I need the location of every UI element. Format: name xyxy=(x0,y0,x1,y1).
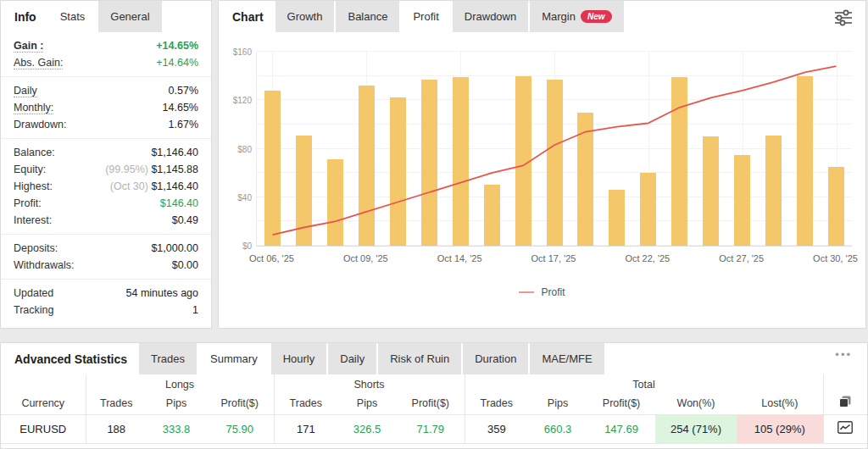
stat-daily: Daily0.57% xyxy=(14,82,198,99)
stat-value: +14.65% xyxy=(156,40,198,52)
stat-label: Daily xyxy=(14,85,37,97)
col-longs-pips: Pips xyxy=(147,392,206,414)
tab-label: Balance xyxy=(348,10,387,23)
chart-legend[interactable]: Profit xyxy=(219,286,865,298)
stat-label: Monthly: xyxy=(14,102,53,114)
stat-label: Gain : xyxy=(14,40,43,53)
x-axis-label: Oct 17, '25 xyxy=(515,253,592,263)
tab-stats[interactable]: Stats xyxy=(48,1,97,32)
x-axis-label: Oct 09, '25 xyxy=(327,253,403,263)
stat-value: (Oct 30) $1,146.40 xyxy=(110,180,198,192)
tab-margin[interactable]: MarginNew xyxy=(530,1,623,32)
cell-lost: 105 (29%) xyxy=(737,414,823,443)
stat-label: Abs. Gain: xyxy=(14,57,63,69)
tab-summary[interactable]: Summary xyxy=(198,343,270,374)
account-stats-panel: Info StatsGeneral Gain :+14.65%Abs. Gain… xyxy=(0,0,212,329)
group-total: Total xyxy=(465,374,823,392)
stat-drawdown: Drawdown:1.67% xyxy=(14,116,198,133)
stat-group: Deposits:$1,000.00Withdrawals:$0.00 xyxy=(1,235,211,280)
stat-label: Updated xyxy=(14,287,53,299)
stat-label: Balance: xyxy=(14,147,55,158)
more-options-button[interactable]: ••• xyxy=(835,348,852,361)
corner-spacer xyxy=(1,374,86,392)
col-won: Won(%) xyxy=(655,392,737,414)
stat-value: $0.00 xyxy=(172,259,198,271)
tab-mae-mfe[interactable]: MAE/MFE xyxy=(530,343,604,374)
stat-deposits: Deposits:$1,000.00 xyxy=(14,240,198,257)
cell-total-pips: 660.3 xyxy=(528,414,587,443)
tab-hourly[interactable]: Hourly xyxy=(271,343,327,374)
tab-risk-of-ruin[interactable]: Risk of Ruin xyxy=(378,343,461,374)
chart-settings-icon[interactable] xyxy=(833,9,854,30)
x-axis-label: Oct 22, '25 xyxy=(609,253,686,263)
stat-label: Deposits: xyxy=(14,242,58,254)
chart-view-icon[interactable] xyxy=(837,421,853,434)
chart-tabbar: Chart GrowthBalanceProfitDrawdownMarginN… xyxy=(219,1,865,32)
tab-trades[interactable]: Trades xyxy=(139,343,197,374)
stats-rows: Gain :+14.65%Abs. Gain:+14.64%Daily0.57%… xyxy=(1,32,211,324)
x-axis-label: Oct 14, '25 xyxy=(421,253,498,263)
advanced-statistics-panel: Advanced Statistics TradesSummaryHourlyD… xyxy=(0,342,868,449)
y-axis-label: $160 xyxy=(220,47,252,57)
new-badge: New xyxy=(581,10,612,23)
stat-value: (99.95%) $1,145.88 xyxy=(105,164,198,175)
tab-label: Profit xyxy=(413,10,438,23)
cell-longs-trades: 188 xyxy=(86,414,147,443)
stat-value: 0.57% xyxy=(169,85,198,97)
table-column-header-row: Currency Trades Pips Profit($) Trades Pi… xyxy=(1,392,867,414)
tab-label: MAE/MFE xyxy=(542,352,592,365)
stat-value: $146.40 xyxy=(160,197,198,209)
stat-label: Withdrawals: xyxy=(14,259,75,271)
stat-monthly: Monthly:14.65% xyxy=(14,99,198,116)
stat-label: Highest: xyxy=(14,180,53,192)
tab-growth[interactable]: Growth xyxy=(275,1,335,32)
info-title[interactable]: Info xyxy=(14,10,36,24)
col-lost: Lost(%) xyxy=(737,392,823,414)
tab-label: Trades xyxy=(151,352,185,365)
advanced-tabbar: Advanced Statistics TradesSummaryHourlyD… xyxy=(1,343,867,374)
col-shorts-trades: Trades xyxy=(274,392,337,414)
col-total-trades: Trades xyxy=(465,392,528,414)
tab-label: Margin xyxy=(542,10,576,23)
x-axis-label: Oct 30, '25 xyxy=(798,253,868,263)
tab-daily[interactable]: Daily xyxy=(328,343,376,374)
tab-drawdown[interactable]: Drawdown xyxy=(453,1,528,32)
stat-value-prefix: (99.95%) xyxy=(105,164,151,175)
stat-value: 1.67% xyxy=(169,119,198,130)
stat-value: $0.49 xyxy=(172,214,198,226)
cell-shorts-pips: 326.5 xyxy=(337,414,397,443)
col-shorts-profit: Profit($) xyxy=(397,392,465,414)
tab-duration[interactable]: Duration xyxy=(463,343,528,374)
stat-updated: Updated54 minutes ago xyxy=(14,285,198,302)
table-group-header-row: Longs Shorts Total xyxy=(1,374,867,392)
tab-general[interactable]: General xyxy=(98,1,161,32)
cell-longs-profit: 75.90 xyxy=(206,414,274,443)
tab-profit[interactable]: Profit xyxy=(401,1,450,32)
tab-balance[interactable]: Balance xyxy=(336,1,399,32)
cell-won: 254 (71%) xyxy=(655,414,737,443)
tab-label: Summary xyxy=(210,352,258,365)
stat-value: +14.64% xyxy=(156,57,198,69)
legend-label: Profit xyxy=(541,286,565,298)
col-total-profit: Profit($) xyxy=(587,392,655,414)
tab-label: Stats xyxy=(60,10,86,23)
top-row: Info StatsGeneral Gain :+14.65%Abs. Gain… xyxy=(0,0,868,329)
group-shorts: Shorts xyxy=(274,374,465,392)
stat-value: 1 xyxy=(192,304,198,316)
cell-total-trades: 359 xyxy=(465,414,528,443)
chart-title[interactable]: Chart xyxy=(232,10,264,24)
group-longs: Longs xyxy=(86,374,274,392)
copy-icon[interactable] xyxy=(838,395,852,408)
stat-group: Updated54 minutes agoTracking1 xyxy=(1,280,211,324)
y-axis-label: $80 xyxy=(220,144,252,153)
stat-label: Equity: xyxy=(14,164,46,175)
stat-balance: Balance:$1,146.40 xyxy=(14,144,198,161)
table-row[interactable]: EURUSD 188 333.8 75.90 171 326.5 71.79 3… xyxy=(1,414,867,443)
cell-currency: EURUSD xyxy=(1,414,86,443)
advanced-statistics-title[interactable]: Advanced Statistics xyxy=(14,352,127,366)
summary-table: Longs Shorts Total Currency Trades Pips … xyxy=(1,374,867,444)
stat-label: Profit: xyxy=(14,197,42,209)
stat-tracking: Tracking1 xyxy=(14,302,198,319)
stats-tabbar: Info StatsGeneral xyxy=(1,1,211,32)
legend-line-swatch xyxy=(519,291,534,293)
